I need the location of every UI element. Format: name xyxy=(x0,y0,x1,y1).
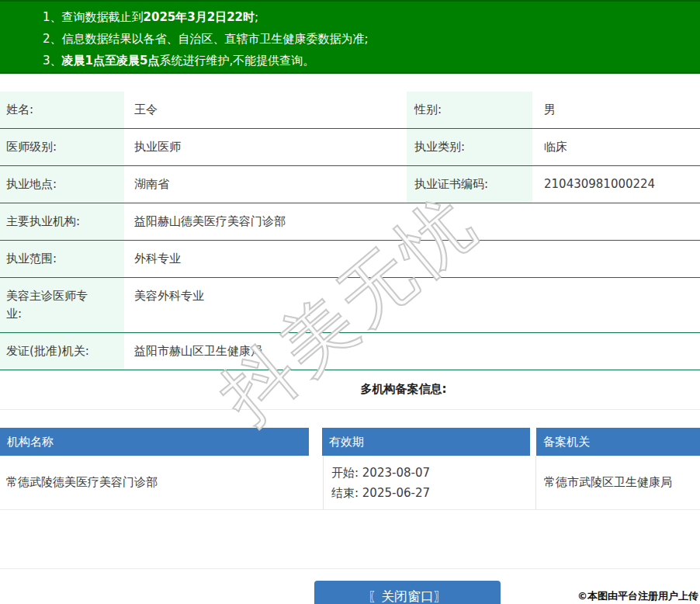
info-value-cell: 男 xyxy=(532,92,700,128)
info-row: 美容主诊医师专业:美容外科专业 xyxy=(0,278,700,333)
info-label-cell: 医师级别: xyxy=(0,129,124,165)
filing-table-body: 常德武陵德美医疗美容门诊部开始: 2023-08-07结束: 2025-06-2… xyxy=(0,456,700,510)
info-value-cell: 王令 xyxy=(124,92,407,128)
filing-section-title: 多机构备案信息: xyxy=(0,382,700,397)
notice-text: ; xyxy=(255,10,258,24)
practitioner-info-table: 姓名:王令性别:男医师级别:执业医师执业类别:临床执业地点:湖南省执业证书编码:… xyxy=(0,92,700,370)
info-label-cell: 执业地点: xyxy=(0,166,124,203)
info-row: 主要执业机构:益阳赫山德美医疗美容门诊部 xyxy=(0,203,700,241)
info-value-cell: 外科专业 xyxy=(124,241,700,277)
notice-line: 2、信息数据结果以各省、自治区、直辖市卫生健康委数据为准; xyxy=(43,28,692,50)
notice-text: 系统进行维护,不能提供查询。 xyxy=(159,54,314,68)
close-window-button[interactable]: 〖关闭窗口〗 xyxy=(314,581,501,604)
info-row: 执业范围:外科专业 xyxy=(0,241,700,278)
validity-line: 开始: 2023-08-07 xyxy=(331,463,535,483)
info-label-cell: 主要执业机构: xyxy=(0,203,124,240)
info-value-cell: 美容外科专业 xyxy=(124,278,700,332)
info-value-cell: 湖南省 xyxy=(124,166,407,203)
info-value-cell: 执业医师 xyxy=(124,129,407,165)
notice-text: 3、 xyxy=(43,54,62,68)
filing-header-cell: 机构名称 xyxy=(0,428,309,456)
info-value-cell: 临床 xyxy=(532,129,700,165)
notice-bold-text: 凌晨1点至凌晨5点 xyxy=(62,54,160,68)
filing-authority-cell: 常德市武陵区卫生健康局 xyxy=(536,456,700,509)
info-label-cell: 执业证书编码: xyxy=(407,166,532,203)
uploader-credit: ©本图由平台注册用户上传 xyxy=(577,589,698,603)
notice-text: 2、信息数据结果以各省、自治区、直辖市卫生健康委数据为准; xyxy=(43,32,369,46)
filing-header-cell: 备案机关 xyxy=(536,428,700,456)
notice-bold-text: 2025年3月2日22时 xyxy=(144,10,255,24)
info-label-cell: 姓名: xyxy=(0,92,124,128)
info-row: 发证(批准)机关:益阳市赫山区卫生健康局 xyxy=(0,333,700,370)
info-label-cell: 发证(批准)机关: xyxy=(0,333,124,370)
filing-validity-cell: 开始: 2023-08-07结束: 2025-06-27 xyxy=(324,456,536,509)
filing-row: 常德武陵德美医疗美容门诊部开始: 2023-08-07结束: 2025-06-2… xyxy=(0,456,700,510)
info-value-cell: 益阳市赫山区卫生健康局 xyxy=(124,333,700,370)
divider xyxy=(0,409,700,410)
filing-org-cell: 常德武陵德美医疗美容门诊部 xyxy=(0,456,324,509)
info-value-cell: 益阳赫山德美医疗美容门诊部 xyxy=(124,203,700,240)
info-label-cell: 执业范围: xyxy=(0,241,124,277)
notice-banner: 1、查询数据截止到2025年3月2日22时;2、信息数据结果以各省、自治区、直辖… xyxy=(0,0,700,74)
info-row: 执业地点:湖南省执业证书编码:210430981000224 xyxy=(0,166,700,203)
filing-table-header: 机构名称有效期备案机关 xyxy=(0,428,700,456)
info-label-cell: 性别: xyxy=(407,92,532,128)
info-row: 姓名:王令性别:男 xyxy=(0,92,700,129)
notice-text: 1、查询数据截止到 xyxy=(43,10,144,24)
validity-line: 结束: 2025-06-27 xyxy=(331,483,535,503)
divider xyxy=(0,568,700,569)
info-row: 医师级别:执业医师执业类别:临床 xyxy=(0,129,700,166)
notice-line: 3、凌晨1点至凌晨5点系统进行维护,不能提供查询。 xyxy=(43,50,692,71)
info-value-cell: 210430981000224 xyxy=(532,166,700,203)
filing-table: 机构名称有效期备案机关 常德武陵德美医疗美容门诊部开始: 2023-08-07结… xyxy=(0,428,700,510)
info-label-cell: 执业类别: xyxy=(407,129,532,165)
query-result-page: { "banner": { "notices": [ [ {"t":"1、查询数… xyxy=(0,0,700,604)
notice-line: 1、查询数据截止到2025年3月2日22时; xyxy=(43,6,692,28)
filing-header-cell: 有效期 xyxy=(322,428,530,456)
info-label-cell: 美容主诊医师专业: xyxy=(0,278,124,332)
